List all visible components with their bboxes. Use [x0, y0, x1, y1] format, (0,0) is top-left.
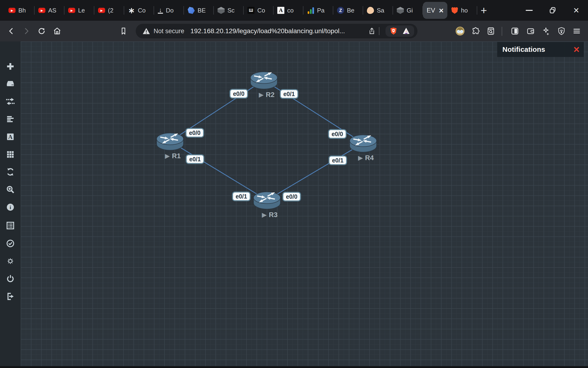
urlbar-divider: [379, 27, 379, 35]
tab-Pa[interactable]: Pa: [303, 0, 333, 21]
tab-Co[interactable]: ШCo: [244, 0, 273, 21]
search-tabs-icon[interactable]: [486, 27, 495, 36]
sidebar-startup-configs-icon[interactable]: [5, 113, 16, 125]
sidebar-nodes-status-icon[interactable]: [5, 238, 16, 249]
home-icon[interactable]: [53, 27, 62, 36]
sidebar-text-annotation-icon[interactable]: A: [5, 131, 16, 142]
profile-avatar[interactable]: [455, 26, 465, 36]
brave-favicon: [451, 7, 458, 14]
tab-close-icon[interactable]: ×: [439, 6, 444, 14]
node-label-R3[interactable]: ▶R3: [262, 211, 278, 219]
wallet-icon[interactable]: [526, 27, 535, 36]
vpn-shield-icon[interactable]: [557, 27, 566, 36]
interface-label-7: e0/1: [329, 156, 347, 165]
url-text[interactable]: 192.168.20.129/legacy/load%20balancing.u…: [191, 27, 368, 35]
tab-Le[interactable]: ▶Le: [64, 0, 94, 21]
sidebar-configured-nodes-icon[interactable]: [5, 220, 16, 231]
sidebar-networks-icon[interactable]: [5, 96, 16, 107]
address-bar[interactable]: Not secure 192.168.20.129/legacy/load%20…: [136, 24, 417, 38]
not-secure-warning-icon: [142, 27, 150, 35]
extensions-icon[interactable]: [471, 27, 480, 36]
sidebar-lab-details-icon[interactable]: i: [5, 202, 16, 213]
router-node-R3[interactable]: [253, 191, 281, 210]
tab-Sc[interactable]: Sc: [214, 0, 244, 21]
new-tab-button[interactable]: +: [477, 0, 490, 21]
play-icon: ▶: [358, 155, 363, 161]
topology-links: [21, 41, 588, 366]
link-R3-R4[interactable]: [267, 143, 363, 200]
z-badge-favicon: Z: [337, 7, 344, 14]
window-bottom-edge: [0, 366, 588, 368]
node-label-R2[interactable]: ▶R2: [259, 91, 274, 99]
youtube-favicon: ▶: [68, 8, 75, 13]
split-view-icon[interactable]: [510, 27, 519, 36]
share-icon[interactable]: [368, 27, 376, 35]
tab-BE[interactable]: BE: [184, 0, 214, 21]
sidebar-close-lab-icon[interactable]: [5, 291, 16, 302]
tab-co[interactable]: Aco: [273, 0, 303, 21]
youtube-favicon: ▶: [98, 8, 105, 13]
notifications-title: Notifications: [502, 46, 573, 54]
tab-Co[interactable]: ∗Co: [124, 0, 154, 21]
toolbar-divider: [502, 27, 502, 36]
hand-favicon: [367, 7, 374, 14]
forward-icon[interactable]: [22, 27, 31, 35]
brave-shields-icon[interactable]: [389, 27, 398, 35]
tab-(2[interactable]: ▶(2: [94, 0, 124, 21]
cube-favicon: [397, 7, 404, 14]
interface-label-5: e0/1: [232, 192, 251, 201]
link-R2-R4[interactable]: [264, 80, 363, 143]
security-label: Not secure: [154, 28, 184, 35]
link-R1-R3[interactable]: [170, 141, 267, 200]
active-tab[interactable]: EV×: [423, 2, 447, 19]
router-node-R1[interactable]: [156, 132, 184, 151]
notifications-close-icon[interactable]: ×: [573, 44, 579, 55]
chart-favicon: [307, 7, 314, 14]
tab-Do[interactable]: ↓Do: [154, 0, 184, 21]
node-label-R1[interactable]: ▶R1: [165, 152, 181, 160]
bookmark-icon[interactable]: [119, 27, 128, 35]
interface-label-3: e0/0: [328, 129, 347, 139]
tab-strip: ▶Bh▶AS▶Le▶(2∗Co↓DoBEScШCoAcoPaZBeSaGiEV×…: [0, 0, 588, 21]
window-minimize-button[interactable]: [522, 3, 536, 18]
sidebar-stop-all-nodes-icon[interactable]: [5, 273, 16, 285]
cube-favicon: [218, 7, 225, 14]
window-close-button[interactable]: ×: [569, 3, 583, 18]
sidebar-zoom-in-icon[interactable]: [5, 184, 16, 195]
notifications-panel: Notifications ×: [497, 42, 584, 57]
tab-ho[interactable]: ho: [447, 0, 477, 21]
leo-ai-icon[interactable]: [541, 27, 550, 36]
sidebar-more-options-icon[interactable]: [5, 256, 16, 267]
tab-Bh[interactable]: ▶Bh: [5, 0, 35, 21]
sidebar-nodes-icon[interactable]: [5, 78, 16, 90]
play-icon: ▶: [259, 91, 263, 98]
letter-a-favicon: A: [277, 7, 284, 14]
interface-label-1: e0/0: [229, 89, 248, 99]
sidebar-add-object-icon[interactable]: [5, 61, 16, 72]
node-label-R4[interactable]: ▶R4: [358, 154, 374, 162]
chatgpt-favicon: ∗: [128, 7, 135, 14]
topology-canvas[interactable]: Notifications × ▶R1▶R2▶R3▶R4e0/0e0/0e0/1…: [21, 41, 588, 366]
tab-AS[interactable]: ▶AS: [35, 0, 64, 21]
sidebar-refresh-topology-icon[interactable]: [5, 166, 16, 177]
tab-Be[interactable]: ZBe: [333, 0, 363, 21]
window-restore-button[interactable]: [546, 3, 560, 18]
youtube-favicon: ▶: [38, 8, 45, 13]
reload-icon[interactable]: [37, 27, 46, 36]
interface-label-6: e0/0: [282, 192, 301, 202]
back-icon[interactable]: [7, 27, 16, 35]
play-icon: ▶: [165, 153, 170, 159]
browser-toolbar: Not secure 192.168.20.129/legacy/load%20…: [0, 21, 588, 41]
sidebar-shapes-grid-icon[interactable]: [5, 149, 16, 160]
router-node-R2[interactable]: [250, 71, 278, 90]
eve-sidebar: Ai: [0, 41, 21, 366]
brave-rewards-icon[interactable]: [402, 27, 410, 35]
interface-label-4: e0/1: [186, 155, 204, 164]
download-favicon: ↓: [158, 7, 163, 14]
menu-icon[interactable]: [572, 27, 581, 36]
interface-label-2: e0/1: [280, 89, 298, 99]
tab-Sa[interactable]: Sa: [363, 0, 393, 21]
tab-Gi[interactable]: Gi: [393, 0, 423, 21]
router-node-R4[interactable]: [349, 134, 377, 153]
interface-label-0: e0/0: [185, 128, 204, 138]
